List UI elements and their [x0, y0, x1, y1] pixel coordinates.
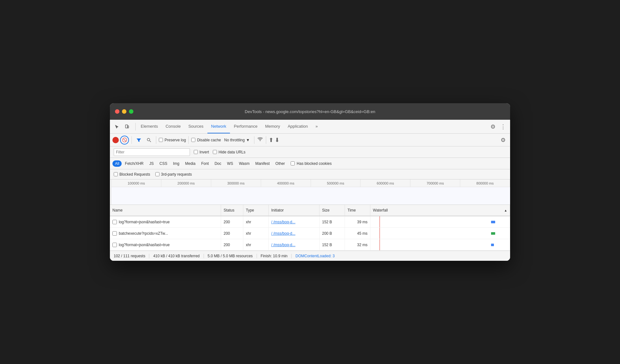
tab-console[interactable]: Console: [162, 120, 185, 133]
blocked-requests-checkbox[interactable]: Blocked Requests: [114, 172, 150, 177]
settings-icon-btn[interactable]: ⚙: [489, 122, 497, 131]
res-btn-all[interactable]: All: [112, 160, 122, 167]
has-blocked-cookies-filter[interactable]: Has blocked cookies: [291, 161, 332, 166]
kebab-icon-btn[interactable]: ⋮: [499, 122, 508, 131]
cursor-icon-btn[interactable]: [112, 122, 121, 131]
toolbar-divider-5: [266, 136, 266, 144]
third-party-input[interactable]: [155, 172, 159, 176]
res-btn-font[interactable]: Font: [199, 160, 211, 167]
close-button[interactable]: [115, 109, 119, 114]
td-type-3: xhr: [243, 239, 269, 250]
td-initiator-3[interactable]: / /mss/boq-d...: [269, 239, 320, 250]
tick-1: 100000 ms: [111, 179, 161, 187]
th-size[interactable]: Size: [320, 205, 345, 216]
wf-line-red-2: [380, 228, 380, 239]
res-btn-css[interactable]: CSS: [157, 160, 170, 167]
preserve-log-input[interactable]: [159, 138, 163, 142]
timeline-content: 100000 ms 200000 ms 300000 ms 400000 ms …: [111, 179, 510, 205]
disable-cache-checkbox[interactable]: Disable cache: [191, 138, 221, 142]
search-icon-btn[interactable]: [145, 136, 153, 145]
td-status-2: 200: [221, 228, 243, 239]
row-checkbox-2[interactable]: [112, 231, 117, 236]
res-btn-ws[interactable]: WS: [225, 160, 236, 167]
tick-3: 300000 ms: [211, 179, 261, 187]
th-type[interactable]: Type: [243, 205, 269, 216]
status-requests: 102 / 111 requests: [114, 254, 149, 258]
wf-line-red-1: [380, 216, 380, 227]
invert-checkbox[interactable]: Invert: [194, 150, 209, 154]
svg-line-3: [150, 141, 151, 142]
res-btn-js[interactable]: JS: [147, 160, 156, 167]
waterfall-bar-2: [491, 232, 495, 235]
upload-icon[interactable]: ⬆: [269, 137, 273, 144]
th-initiator[interactable]: Initiator: [269, 205, 320, 216]
disable-cache-input[interactable]: [191, 138, 195, 142]
network-toolbar: 🚫 Preserve log Disable cac: [110, 134, 510, 146]
download-icon[interactable]: ⬇: [275, 137, 280, 144]
preserve-log-checkbox[interactable]: Preserve log: [159, 138, 186, 142]
toolbar-divider-2: [156, 136, 156, 144]
tab-more[interactable]: »: [312, 120, 321, 133]
th-status[interactable]: Status: [221, 205, 243, 216]
td-initiator-2[interactable]: / /mss/boq-d...: [269, 228, 320, 239]
devtools-body: Elements Console Sources Network Perform…: [110, 120, 510, 261]
td-initiator-1[interactable]: / /mss/boq-d...: [269, 216, 320, 227]
sort-arrow: ▲: [504, 209, 507, 212]
table-header: Name Status Type Initiator Size Time Wat…: [110, 205, 510, 216]
tab-sources[interactable]: Sources: [185, 120, 207, 133]
hide-data-urls-input[interactable]: [213, 150, 217, 154]
third-party-checkbox[interactable]: 3rd-party requests: [155, 172, 192, 177]
invert-input[interactable]: [194, 150, 198, 154]
res-btn-img[interactable]: Img: [171, 160, 182, 167]
row-checkbox-1[interactable]: [112, 220, 117, 224]
wf-line-red-3: [380, 239, 380, 250]
td-waterfall-2: [370, 228, 510, 239]
timeline-area: 100000 ms 200000 ms 300000 ms 400000 ms …: [110, 179, 510, 205]
network-settings-icon[interactable]: ⚙: [499, 136, 508, 145]
table-row[interactable]: log?format=json&hasfast=true 200 xhr / /…: [110, 239, 510, 251]
device-icon-btn[interactable]: [123, 122, 131, 131]
tab-network[interactable]: Network: [207, 120, 230, 133]
status-finish: Finish: 10.9 min: [257, 254, 292, 258]
res-btn-manifest[interactable]: Manifest: [253, 160, 272, 167]
res-btn-media[interactable]: Media: [183, 160, 198, 167]
tick-5: 500000 ms: [311, 179, 361, 187]
tab-elements[interactable]: Elements: [137, 120, 162, 133]
th-time[interactable]: Time: [345, 205, 370, 216]
filter-input[interactable]: [114, 148, 190, 156]
th-waterfall[interactable]: Waterfall ▲: [370, 205, 510, 216]
table-row[interactable]: log?format=json&hasfast=true 200 xhr / /…: [110, 216, 510, 228]
res-btn-doc[interactable]: Doc: [212, 160, 224, 167]
row-checkbox-3[interactable]: [112, 243, 117, 247]
has-blocked-cookies-checkbox[interactable]: [291, 161, 295, 165]
maximize-button[interactable]: [129, 109, 133, 114]
status-dom-content: DOMContentLoaded: 3: [292, 254, 338, 258]
tabs-left-icons: [112, 122, 131, 131]
tick-8: 800000 ms: [460, 179, 510, 187]
res-btn-fetch-xhr[interactable]: Fetch/XHR: [122, 160, 146, 167]
clear-button[interactable]: 🚫: [120, 136, 129, 145]
td-time-2: 45 ms: [345, 228, 370, 239]
td-size-1: 152 B: [320, 216, 345, 227]
throttle-selector[interactable]: No throttling ▼: [222, 137, 252, 143]
tab-performance[interactable]: Performance: [230, 120, 261, 133]
table-row[interactable]: batchexecute?rpcids=xZTw... 200 xhr / /m…: [110, 228, 510, 239]
res-btn-other[interactable]: Other: [273, 160, 287, 167]
minimize-button[interactable]: [122, 109, 126, 114]
wifi-icon: [257, 137, 263, 143]
th-name[interactable]: Name: [110, 205, 221, 216]
td-waterfall-3: [370, 239, 510, 250]
td-waterfall-1: [370, 216, 510, 227]
resource-filter-bar: All Fetch/XHR JS CSS Img Media Font Doc: [110, 158, 510, 169]
status-bar: 102 / 111 requests 410 kB / 410 kB trans…: [110, 251, 510, 261]
filter-row: Invert Hide data URLs: [110, 146, 510, 158]
hide-data-urls-checkbox[interactable]: Hide data URLs: [213, 150, 246, 154]
res-btn-wasm[interactable]: Wasm: [236, 160, 252, 167]
filter-icon-btn[interactable]: [134, 136, 143, 145]
toolbar-divider-3: [188, 136, 189, 144]
tab-memory[interactable]: Memory: [261, 120, 284, 133]
blocked-requests-input[interactable]: [114, 172, 118, 176]
record-button[interactable]: [112, 137, 119, 143]
toolbar-divider-4: [254, 136, 254, 144]
tab-application[interactable]: Application: [284, 120, 312, 133]
